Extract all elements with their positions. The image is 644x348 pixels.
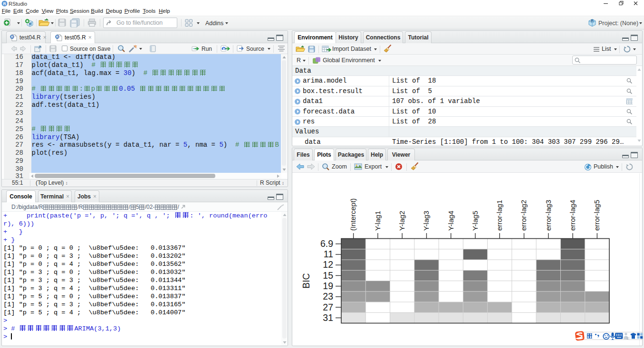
- svg-text:error-lag5: error-lag5: [593, 200, 601, 231]
- svg-text:(Intercept): (Intercept): [349, 198, 357, 231]
- svg-text:Y-lag1: Y-lag1: [374, 211, 382, 231]
- svg-text:31: 31: [323, 312, 333, 323]
- svg-text:Y-lag2: Y-lag2: [398, 211, 406, 231]
- svg-text:error-lag2: error-lag2: [519, 200, 528, 231]
- svg-text:17: 17: [626, 337, 629, 340]
- svg-text:11: 11: [324, 249, 333, 259]
- svg-text:R: R: [591, 19, 594, 23]
- svg-text:error-lag4: error-lag4: [568, 200, 577, 231]
- svg-text:R: R: [11, 35, 13, 38]
- svg-text:error-lag1: error-lag1: [495, 200, 503, 231]
- svg-text:Y-lag3: Y-lag3: [422, 211, 430, 231]
- svg-text:27: 27: [323, 302, 333, 312]
- svg-text:BIC: BIC: [301, 273, 311, 289]
- svg-text:15: 15: [323, 270, 333, 281]
- svg-text:Y-lag5: Y-lag5: [471, 211, 479, 231]
- svg-text:12: 12: [323, 259, 333, 270]
- svg-text:R: R: [56, 35, 58, 38]
- svg-text:Y-lag4: Y-lag4: [447, 211, 455, 231]
- svg-text:19: 19: [323, 281, 333, 291]
- svg-text:6.9: 6.9: [320, 238, 333, 249]
- svg-text:23: 23: [323, 291, 333, 301]
- svg-text:error-lag3: error-lag3: [544, 200, 552, 231]
- svg-text:R: R: [3, 1, 6, 6]
